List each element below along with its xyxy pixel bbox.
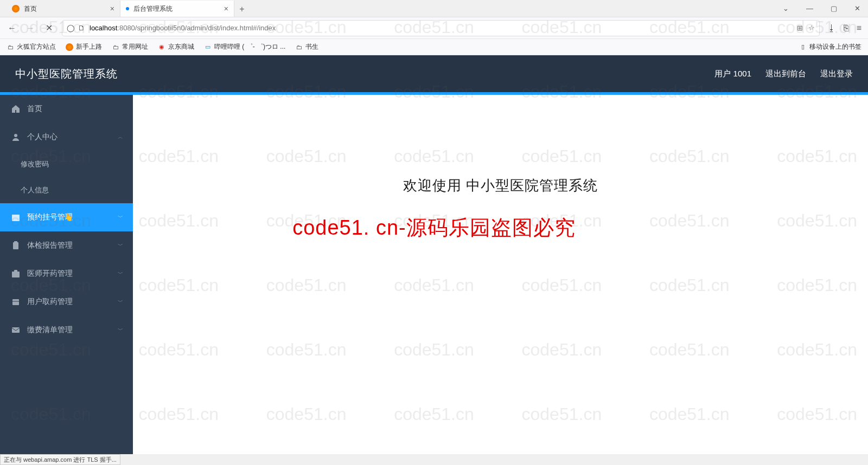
nav-forward-button[interactable]: → — [25, 23, 36, 33]
mobile-bookmarks-button[interactable]: ▯移动设备上的书签 — [799, 42, 861, 51]
loading-dot-icon — [126, 7, 129, 10]
window-maximize-button[interactable]: ▢ — [827, 2, 840, 15]
home-icon — [11, 105, 21, 113]
browser-nav-bar: ← → ✕ ◯ 🗋 localhost :8080/springbootil5n… — [0, 17, 868, 39]
chevron-down-icon: ﹀ — [118, 298, 123, 306]
svg-rect-6 — [14, 270, 17, 272]
watermark-copyright: code51. cn-源码乐园盗图必究 — [0, 214, 868, 242]
user-label[interactable]: 用户 1001 — [714, 69, 751, 79]
sidebar-label: 体检报告管理 — [27, 241, 73, 250]
mail-icon — [11, 326, 21, 334]
bookmark-item[interactable]: 🗀书生 — [295, 42, 318, 51]
medkit-icon — [11, 269, 21, 278]
url-host: localhost — [90, 24, 117, 32]
window-controls: ⌄ — ▢ ✕ — [780, 2, 864, 15]
tab-close-icon[interactable]: × — [110, 4, 114, 13]
folder-icon: 🗀 — [112, 43, 119, 51]
bookmark-star-icon[interactable]: ☆ — [808, 24, 815, 32]
status-bar: 正在与 webapi.amap.com 进行 TLS 握手... — [0, 454, 120, 465]
mobile-icon: ▯ — [799, 43, 807, 51]
svg-point-0 — [14, 134, 17, 137]
logout-button[interactable]: 退出登录 — [820, 69, 853, 79]
sidebar-label: 个人信息 — [21, 185, 49, 195]
qr-icon[interactable]: ⊞ — [797, 24, 803, 32]
browser-tab-0[interactable]: 首页 × — [7, 1, 120, 17]
user-icon — [11, 133, 21, 141]
jd-icon: ◉ — [158, 43, 165, 51]
exit-to-front-button[interactable]: 退出到前台 — [765, 69, 806, 79]
welcome-heading: 欢迎使用 中小型医院管理系统 — [403, 176, 598, 195]
firefox-icon — [66, 43, 73, 51]
sidebar-item-home[interactable]: 首页 — [0, 95, 133, 123]
browser-tab-strip: 首页 × 后台管理系统 × + ⌄ — ▢ ✕ — [0, 0, 868, 17]
window-dropdown-icon[interactable]: ⌄ — [780, 2, 792, 15]
chevron-down-icon: ﹀ — [118, 270, 123, 277]
sidebar-label: 用户取药管理 — [27, 297, 73, 307]
app-title: 中小型医院管理系统 — [15, 67, 118, 81]
svg-rect-5 — [12, 272, 20, 277]
shield-icon[interactable]: ◯ — [67, 24, 75, 32]
sidebar-item-personal[interactable]: 个人中心 ︿ — [0, 123, 133, 151]
url-bar[interactable]: ◯ 🗋 localhost :8080/springbootil5n0/admi… — [62, 20, 820, 36]
tab-title: 后台管理系统 — [133, 4, 173, 14]
nav-back-button[interactable]: ← — [7, 23, 17, 33]
app-header: 中小型医院管理系统 用户 1001 退出到前台 退出登录 — [0, 55, 868, 92]
page-info-icon[interactable]: 🗋 — [78, 24, 85, 32]
sidebar-item-prescription[interactable]: 医师开药管理 ﹀ — [0, 260, 133, 288]
sidebar-item-pickup[interactable]: 用户取药管理 ﹀ — [0, 288, 133, 316]
main-content: 欢迎使用 中小型医院管理系统 — [133, 95, 868, 454]
sidebar-item-billing[interactable]: 缴费清单管理 ﹀ — [0, 316, 133, 344]
sidebar-label: 个人中心 — [27, 132, 58, 142]
svg-rect-9 — [12, 327, 20, 333]
folder-icon: 🗀 — [295, 43, 303, 51]
chevron-down-icon: ﹀ — [118, 326, 123, 334]
new-tab-button[interactable]: + — [234, 2, 250, 17]
sidebar-label: 修改密码 — [21, 159, 49, 169]
window-close-button[interactable]: ✕ — [851, 2, 864, 15]
browser-tab-1[interactable]: 后台管理系统 × — [120, 1, 234, 17]
hamburger-menu-icon[interactable]: ≡ — [857, 23, 861, 33]
svg-rect-3 — [13, 242, 18, 249]
bookmark-item[interactable]: ◉京东商城 — [158, 42, 194, 51]
sidebar-label: 缴费清单管理 — [27, 325, 73, 335]
tab-title: 首页 — [24, 4, 37, 14]
box-icon — [11, 298, 21, 306]
bookmark-item[interactable]: 🗀常用网址 — [112, 42, 148, 51]
sidebar-item-profile[interactable]: 个人信息 — [0, 177, 133, 203]
tab-close-icon[interactable]: × — [224, 4, 228, 13]
sidebar-label: 首页 — [27, 104, 42, 114]
sidebar-label: 医师开药管理 — [27, 269, 73, 279]
sidebar: 首页 个人中心 ︿ 修改密码 个人信息 预约挂号管理 ﹀ 体检报告管理 ﹀ 医师… — [0, 95, 133, 454]
download-icon[interactable]: ⭳ — [827, 23, 836, 33]
nav-stop-button[interactable]: ✕ — [43, 23, 54, 33]
chevron-down-icon: ﹀ — [118, 242, 123, 249]
chevron-up-icon: ︿ — [118, 133, 123, 141]
url-path: :8080/springbootil5n0/admin/dist/index.h… — [117, 24, 276, 32]
bookmark-item[interactable]: ▭哔哩哔哩 ( ゜- ゜)つロ ... — [204, 42, 285, 51]
svg-rect-7 — [12, 299, 19, 305]
extension-icon[interactable]: ⎘ — [844, 23, 849, 33]
sidebar-item-change-password[interactable]: 修改密码 — [0, 151, 133, 177]
window-minimize-button[interactable]: — — [803, 2, 816, 15]
bookmarks-bar: 🗀火狐官方站点 新手上路 🗀常用网址 ◉京东商城 ▭哔哩哔哩 ( ゜- ゜)つロ… — [0, 39, 868, 55]
status-text: 正在与 webapi.amap.com 进行 TLS 握手... — [4, 456, 117, 464]
bookmark-item[interactable]: 新手上路 — [66, 42, 102, 51]
folder-icon: 🗀 — [7, 43, 14, 51]
clipboard-icon — [11, 241, 21, 250]
bookmark-item[interactable]: 🗀火狐官方站点 — [7, 42, 56, 51]
firefox-favicon-icon — [12, 5, 20, 12]
bilibili-icon: ▭ — [204, 43, 212, 51]
